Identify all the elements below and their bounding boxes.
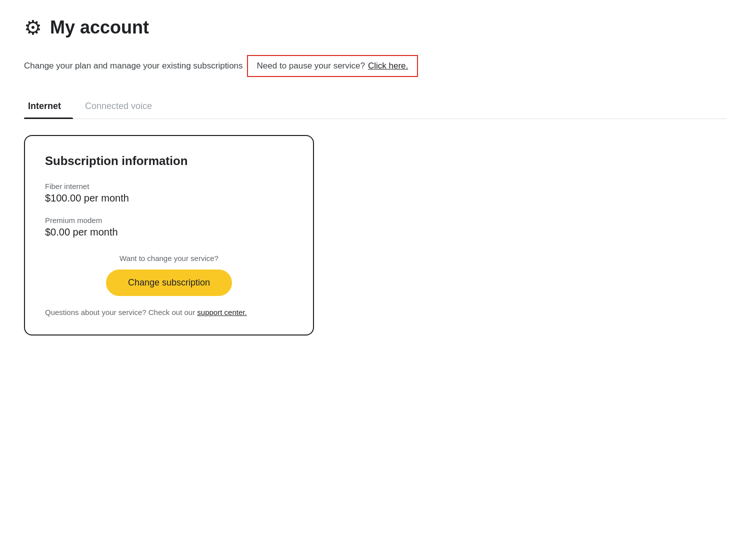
premium-modem-price: $0.00 per month <box>45 226 293 238</box>
fiber-internet-price: $100.00 per month <box>45 192 293 204</box>
tab-internet[interactable]: Internet <box>24 95 73 118</box>
change-service-prompt: Want to change your service? <box>120 254 218 262</box>
support-section: Questions about your service? Check out … <box>45 308 293 316</box>
account-icon: ⚙ <box>24 16 42 39</box>
pause-service-link[interactable]: Click here. <box>368 61 408 71</box>
support-text: Questions about your service? Check out … <box>45 308 195 316</box>
change-subscription-button[interactable]: Change subscription <box>106 270 232 296</box>
tabs-container: Internet Connected voice <box>24 95 727 119</box>
subtitle-text: Change your plan and manage your existin… <box>24 61 243 71</box>
subscription-card: Subscription information Fiber internet … <box>24 135 314 336</box>
fiber-internet-label: Fiber internet <box>45 182 293 190</box>
premium-modem-item: Premium modem $0.00 per month <box>45 216 293 238</box>
change-service-section: Want to change your service? Change subs… <box>45 254 293 296</box>
pause-service-box[interactable]: Need to pause your service? Click here. <box>247 55 418 77</box>
premium-modem-label: Premium modem <box>45 216 293 224</box>
tab-connected-voice[interactable]: Connected voice <box>81 95 164 118</box>
page-title: My account <box>50 17 149 38</box>
support-center-link[interactable]: support center. <box>197 308 246 316</box>
pause-service-prefix: Need to pause your service? <box>257 61 365 71</box>
card-title: Subscription information <box>45 154 293 168</box>
page-header: ⚙ My account <box>24 16 727 39</box>
subtitle-row: Change your plan and manage your existin… <box>24 55 727 77</box>
fiber-internet-item: Fiber internet $100.00 per month <box>45 182 293 204</box>
